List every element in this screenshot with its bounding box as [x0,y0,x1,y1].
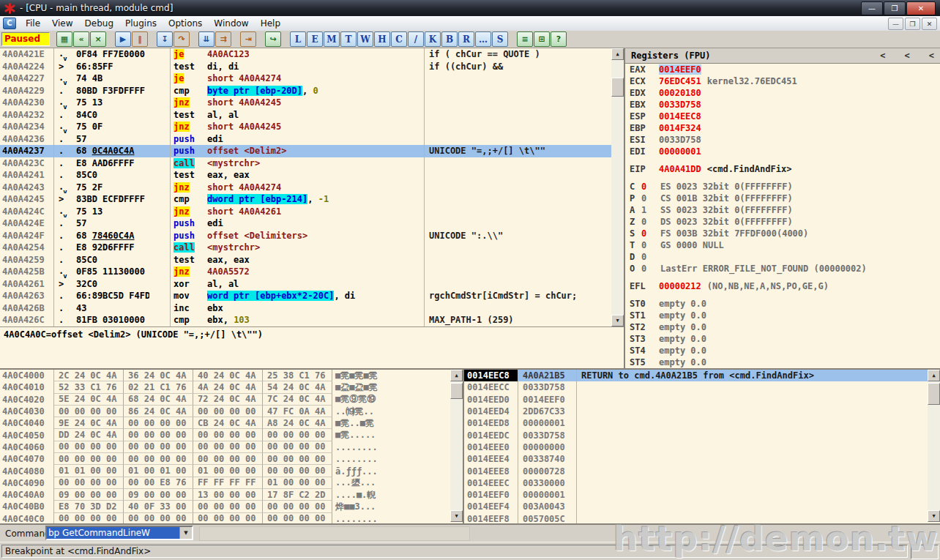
scroll-up-arrow[interactable]: ▲ [450,370,463,381]
mdi-restore-button[interactable]: ❐ [905,18,920,30]
open-file-button[interactable]: ▦ [56,31,72,47]
register-row[interactable]: EDI00000001 [625,146,940,157]
register-row[interactable]: EIP4A0A41DD<cmd.FindAndFix> [625,163,940,175]
register-row[interactable]: Z0DS 0023 32bit 0(FFFFFFFF) [625,216,940,228]
step-into-button[interactable]: ↧ [157,31,173,47]
register-row[interactable]: ST2empty 0.0 [625,321,940,333]
register-row[interactable]: ST4empty 0.0 [625,345,940,356]
disasm-row[interactable]: 4A0A424C.v75 13jnzshort 4A0A4261 [0,206,611,218]
menu-item-plugins[interactable]: Plugins [119,17,163,30]
scroll-up-arrow[interactable]: ▲ [611,48,624,60]
dump-row[interactable]: 4A0C40B0E8 70 3D D240 0F 33 0000 00 00 0… [0,501,463,512]
memory-window-button[interactable]: M [324,31,340,47]
stack-row[interactable]: 0014EEF000000001 [464,489,928,501]
menu-item-view[interactable]: View [46,17,78,30]
dump-row[interactable]: 4A0C408001 01 00 0001 00 01 0001 00 00 0… [0,465,463,477]
register-row[interactable]: EBX0033D758 [625,99,940,111]
disassembly-scrollbar[interactable]: ▲ ▼ [611,48,624,326]
register-row[interactable]: EAX0014EEF0 [625,64,940,75]
register-row[interactable]: EBP0014F324 [625,122,940,134]
minimize-button[interactable]: — [861,1,883,15]
register-row[interactable]: ST0empty 0.0 [625,298,940,310]
threads-window-button[interactable]: T [340,31,357,47]
stack-row[interactable]: 0014EED42DD67C33 [464,406,928,417]
disasm-row[interactable]: 4A0A421E.v0F84 FF7E0000je4A0AC123if ( ch… [0,48,611,61]
handles-window-button[interactable]: H [374,31,390,47]
stack-row[interactable]: 0014EEF80057005C [464,513,928,523]
disasm-row[interactable]: 4A0A4263.66:89BC5D F4FDFFFFmovword ptr [… [0,290,611,302]
disasm-row[interactable]: 4A0A4227.v74 4Bjeshort 4A0A4274 [0,72,611,85]
register-row[interactable]: EFL00000212(NO,NB,NE,A,NS,PO,GE,G) [625,280,940,292]
dump-row[interactable]: 4A0C4050DD 24 0C 4A00 00 00 0000 00 00 0… [0,429,463,441]
disasm-row[interactable]: 4A0A425B.v0F85 11130000jnz4A0A5572 [0,266,611,278]
disasm-row[interactable]: 4A0A4261>32C0xoral, al [0,278,611,291]
disasm-row[interactable]: 4A0A4241.85C0testeax, eax [0,169,611,182]
register-row[interactable]: ECX76EDC451kernel32.76EDC451 [625,75,940,87]
stack-row[interactable]: 0014EEC84A0A21B5RETURN to cmd.4A0A21B5 f… [464,370,928,381]
help-button[interactable]: ? [551,31,567,47]
windows-window-button[interactable]: W [357,31,373,47]
dump-row[interactable]: 4A0C403000 00 00 0086 24 0C 4A00 00 00 0… [0,406,463,417]
restore-button[interactable]: ❐ [884,1,906,15]
close-program-button[interactable]: × [90,31,106,47]
breakpoints-window-button[interactable]: B [441,31,458,47]
menu-item-options[interactable]: Options [163,17,208,30]
disasm-row[interactable]: 4A0A4236.57pushedi [0,133,611,146]
stack-scrollbar[interactable]: ▲ ▼ [928,370,940,522]
disasm-row[interactable]: 4A0A423C.E8 AAD6FFFFcall<mystrchr> [0,157,611,170]
dump-row[interactable]: 4A0C40002C 24 0C 4A36 24 0C 4A40 24 0C 4… [0,370,463,381]
disasm-row[interactable]: 4A0A426C.81FB 03010000cmpebx, 103MAX_PAT… [0,314,611,326]
register-row[interactable]: S0FS 003B 32bit 7FFDF000(4000) [625,228,940,239]
register-row[interactable]: ESI0033D758 [625,134,940,146]
dump-row[interactable]: 4A0C406000 00 00 0000 00 00 0000 00 00 0… [0,441,463,453]
register-row[interactable]: EDX00020180 [625,87,940,99]
executables-window-button[interactable]: E [307,31,323,47]
command-combobox[interactable]: bp GetCommandLineW ▼ [45,526,193,540]
cpu-window-button[interactable]: C [391,31,407,47]
disasm-row[interactable]: 4A0A426B.43incebx [0,302,611,315]
register-row[interactable]: A1SS 0023 32bit 0(FFFFFFFF) [625,204,940,216]
pause-button[interactable]: ‖ [132,31,148,47]
disasm-row[interactable]: 4A0A4259.85C0testeax, eax [0,254,611,266]
register-row[interactable]: D0 [625,251,940,263]
stack-row[interactable]: 0014EEF4003A0043 [464,501,928,512]
dump-row[interactable]: 4A0C409000 00 00 0000 00 E8 76FF FF FF F… [0,477,463,489]
dump-row[interactable]: 4A0C40409E 24 0C 4A00 00 00 00CB 24 0C 4… [0,417,463,429]
stack-row[interactable]: 0014EEE400338740 [464,453,928,465]
scroll-up-arrow[interactable]: ▲ [928,370,940,381]
register-row[interactable]: C0ES 0023 32bit 0(FFFFFFFF) [625,181,940,193]
scroll-thumb[interactable] [450,383,463,399]
register-row[interactable]: ST5empty 0.0 [625,356,940,368]
trace-over-button[interactable]: ⇉ [215,31,231,47]
close-button[interactable]: ✕ [906,1,936,15]
register-row[interactable]: ESP0014EEC8 [625,111,940,122]
mdi-close-button[interactable]: ✕ [922,18,937,30]
scroll-down-arrow[interactable]: ▼ [450,510,463,522]
menu-item-file[interactable]: File [20,17,46,30]
scroll-down-arrow[interactable]: ▼ [928,510,940,522]
source-window-button[interactable]: S [492,31,508,47]
disasm-row[interactable]: 4A0A4232.84C0testal, al [0,109,611,122]
windows-list-button[interactable]: ⊞ [534,31,550,47]
dump-row[interactable]: 4A0C407000 00 00 0000 00 00 0000 00 00 0… [0,453,463,465]
stack-row[interactable]: 0014EEDC0033D758 [464,429,928,441]
cpu-window-icon[interactable]: C [3,18,16,29]
register-row[interactable]: O0LastErr ERROR_FILE_NOT_FOUND (00000002… [625,263,940,275]
disasm-row[interactable]: 4A0A4234.v75 0Fjnzshort 4A0A4245 [0,121,611,133]
menu-item-debug[interactable]: Debug [79,17,119,30]
menu-item-window[interactable]: Window [208,17,254,30]
stack-row[interactable]: 0014EEE800000728 [464,465,928,477]
combobox-dropdown-button[interactable]: ▼ [179,527,192,539]
scroll-thumb[interactable] [928,383,940,405]
register-row[interactable]: P0CS 001B 32bit 0(FFFFFFFF) [625,193,940,204]
stack-row[interactable]: 0014EED800000001 [464,417,928,429]
disasm-row[interactable]: 4A0A424F.68 78460C4Apushoffset <Delimite… [0,230,611,242]
references-window-button[interactable]: R [458,31,474,47]
registers-prev-button-1[interactable]: < [880,51,885,61]
run-trace-window-button[interactable]: … [475,31,491,47]
trace-into-button[interactable]: ⇊ [198,31,215,47]
disasm-row[interactable]: 4A0A4245>83BD ECFDFFFFcmpdword ptr [ebp-… [0,193,611,206]
stack-row[interactable]: 0014EED00014EEF0 [464,394,928,406]
run-button[interactable]: ▶ [115,31,131,47]
dump-row[interactable]: 4A0C40205E 24 0C 4A68 24 0C 4A72 24 0C 4… [0,394,463,406]
